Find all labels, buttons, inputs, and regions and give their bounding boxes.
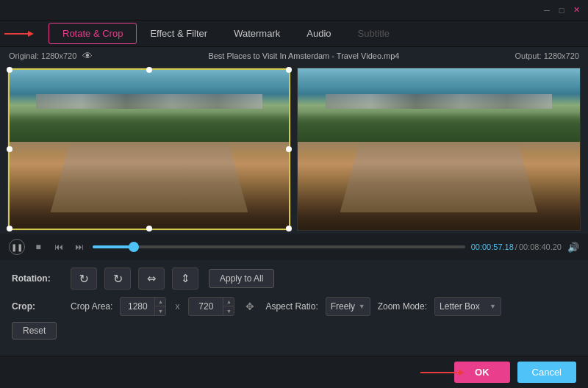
dimension-separator: x	[175, 301, 179, 312]
zoom-mode-dropdown[interactable]: Letter Box Pan & Scan Full ▼	[434, 297, 501, 316]
pause-icon: ❚❚	[11, 243, 23, 251]
info-bar: Original: 1280x720 👁 Best Places to Visi…	[0, 47, 588, 65]
aspect-ratio-label: Aspect Ratio:	[265, 301, 318, 312]
output-scene-top	[298, 68, 580, 142]
crop-width-spinner: ▲ ▼	[154, 297, 165, 316]
original-preview	[7, 68, 291, 231]
crop-overlay[interactable]	[8, 68, 290, 230]
crop-handle-mr[interactable]	[286, 146, 292, 152]
prev-frame-button[interactable]: ⏮	[51, 240, 66, 254]
crop-width-up[interactable]: ▲	[155, 297, 165, 306]
crop-handle-tr[interactable]	[286, 67, 292, 73]
output-size-label: Output: 1280x720	[515, 51, 579, 60]
crop-width-down[interactable]: ▼	[155, 306, 165, 316]
crop-handle-tl[interactable]	[7, 67, 12, 73]
apply-to-all-button[interactable]: Apply to All	[209, 269, 274, 288]
minimize-button[interactable]: ─	[541, 4, 553, 16]
crop-handle-ml[interactable]	[7, 146, 12, 152]
time-display: 00:00:57.18 / 00:08:40.20	[471, 242, 562, 251]
zoom-mode-arrow-icon: ▼	[490, 303, 496, 310]
crop-height-down[interactable]: ▼	[223, 306, 234, 316]
maximize-button[interactable]: □	[556, 4, 567, 16]
rotation-label: Rotation:	[12, 273, 63, 284]
zoom-mode-select[interactable]: Letter Box Pan & Scan Full	[440, 301, 487, 312]
tab-effect-filter[interactable]: Effect & Filter	[137, 24, 220, 43]
crop-height-input[interactable]	[189, 301, 223, 312]
aspect-ratio-arrow-icon: ▼	[359, 303, 365, 310]
rotation-row: Rotation: ↺ ↻ ⇔ ⇕ Apply to All	[12, 267, 576, 290]
rotate-ccw-button[interactable]: ↺	[71, 267, 97, 290]
volume-icon[interactable]: 🔊	[567, 242, 579, 253]
ok-button[interactable]: OK	[454, 362, 510, 383]
flip-horizontal-button[interactable]: ⇔	[138, 267, 165, 290]
output-video-thumb	[298, 68, 580, 230]
crop-handle-bl[interactable]	[7, 226, 12, 231]
aspect-ratio-select[interactable]: Freely 16:9 4:3 1:1	[331, 301, 356, 312]
preview-area	[0, 65, 588, 234]
reset-row: Reset	[12, 322, 576, 340]
crop-width-input[interactable]	[121, 301, 154, 312]
stop-button[interactable]: ■	[31, 240, 46, 254]
time-current: 00:00:57.18	[471, 242, 514, 251]
crop-row: Crop: Crop Area: ▲ ▼ x ▲ ▼ ✥ Aspect Rati…	[12, 297, 576, 316]
crop-move-icon[interactable]: ✥	[242, 298, 258, 315]
cancel-button[interactable]: Cancel	[517, 362, 576, 383]
crop-handle-tm[interactable]	[146, 67, 152, 73]
crop-height-up[interactable]: ▲	[223, 297, 234, 306]
reset-button[interactable]: Reset	[12, 322, 57, 340]
output-scene-bottom	[298, 142, 580, 230]
tab-bar: Rotate & Crop Effect & Filter Watermark …	[0, 21, 588, 47]
crop-handle-br[interactable]	[286, 226, 292, 231]
rotate-ccw-icon: ↺	[79, 272, 89, 286]
close-button[interactable]: ✕	[570, 4, 582, 16]
filename-label: Best Places to Visit In Amsterdam - Trav…	[208, 51, 399, 60]
flip-vertical-button[interactable]: ⇕	[172, 267, 198, 290]
zoom-mode-label: Zoom Mode:	[378, 301, 427, 312]
seek-thumb[interactable]	[129, 242, 139, 252]
aspect-ratio-dropdown[interactable]: Freely 16:9 4:3 1:1 ▼	[326, 297, 370, 316]
rotate-cw-button[interactable]: ↻	[104, 267, 131, 290]
play-pause-button[interactable]: ❚❚	[9, 239, 25, 255]
crop-label: Crop:	[12, 301, 63, 312]
rotate-cw-icon: ↻	[113, 272, 123, 286]
bottom-bar: OK Cancel	[0, 356, 588, 388]
tab-arrow-indicator	[4, 29, 34, 39]
tab-audio[interactable]: Audio	[293, 24, 344, 43]
next-frame-button[interactable]: ⏭	[72, 240, 87, 254]
output-preview	[297, 68, 581, 231]
controls-panel: Rotation: ↺ ↻ ⇔ ⇕ Apply to All Crop: Cro…	[0, 260, 588, 345]
crop-area-label: Crop Area:	[71, 301, 112, 312]
seek-fill	[93, 245, 134, 248]
svg-marker-1	[28, 31, 34, 37]
tab-watermark[interactable]: Watermark	[220, 24, 293, 43]
crop-height-input-wrap: ▲ ▼	[188, 297, 234, 316]
flip-v-icon: ⇕	[181, 272, 190, 285]
crop-height-spinner: ▲ ▼	[223, 297, 234, 316]
eye-icon[interactable]: 👁	[82, 50, 93, 62]
time-total: 00:08:40.20	[519, 242, 562, 251]
crop-width-input-wrap: ▲ ▼	[120, 297, 166, 316]
seek-bar[interactable]	[93, 245, 465, 248]
flip-h-icon: ⇔	[147, 272, 157, 285]
tab-subtitle: Subtitle	[345, 24, 403, 43]
playback-bar: ❚❚ ■ ⏮ ⏭ 00:00:57.18 / 00:08:40.20 🔊	[0, 234, 588, 260]
title-bar: ─ □ ✕	[0, 0, 588, 21]
tab-rotate-crop[interactable]: Rotate & Crop	[49, 23, 137, 44]
original-size-label: Original: 1280x720	[9, 51, 76, 60]
crop-handle-bm[interactable]	[146, 226, 152, 231]
